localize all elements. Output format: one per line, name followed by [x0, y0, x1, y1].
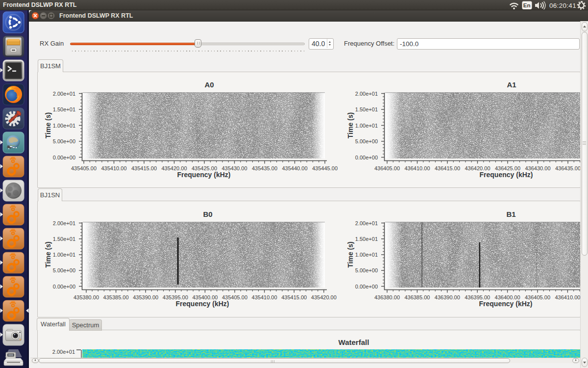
svg-text:En: En — [523, 2, 531, 8]
svg-text:06:20:41: 06:20:41 — [549, 2, 576, 9]
